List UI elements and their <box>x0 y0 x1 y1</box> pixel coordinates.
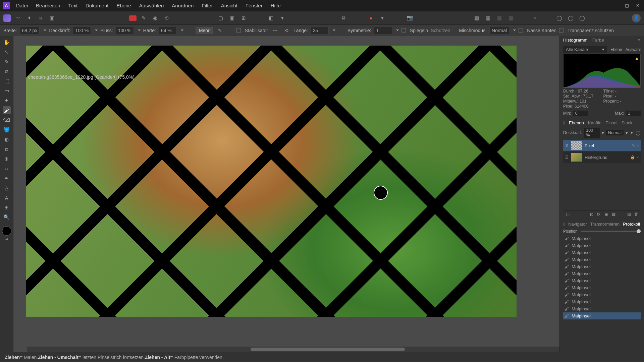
history-item[interactable]: 🖌Malpinsel <box>563 242 641 249</box>
layer-mask-icon[interactable]: ▢ <box>565 212 571 217</box>
menu-document[interactable]: Dokument <box>86 3 108 8</box>
layer-name[interactable]: Hintergrund <box>585 155 607 160</box>
lock-icon[interactable]: 🔒 <box>630 155 635 160</box>
length-field[interactable]: 35 <box>311 27 329 34</box>
tab-histogram[interactable]: Histogramm <box>563 38 588 43</box>
liquify-persona-icon[interactable]: 〰 <box>13 14 22 22</box>
menu-edit[interactable]: Bearbeiten <box>36 3 60 8</box>
symmetry-field[interactable]: 1 <box>374 27 392 34</box>
menu-filter[interactable]: Filter <box>202 3 213 8</box>
chevron-down-icon[interactable] <box>138 29 141 31</box>
tab-stock[interactable]: Stock <box>622 120 633 126</box>
alpha-checkbox[interactable] <box>559 28 564 33</box>
stabilizer-mode-icon[interactable]: ⤳ <box>271 26 279 35</box>
arrange-back-icon[interactable]: ▦ <box>484 14 492 22</box>
tab-brushes[interactable]: Pinsel <box>605 120 617 126</box>
min-field[interactable]: 0 <box>573 111 588 116</box>
more-button[interactable]: Mehr <box>196 27 213 34</box>
foreground-color-swatch[interactable] <box>129 15 137 21</box>
selection-subtract-icon[interactable]: ▣ <box>228 14 236 22</box>
visibility-checkbox[interactable]: ☑ <box>565 143 569 148</box>
shape-tool[interactable]: △ <box>3 184 11 192</box>
menu-arrange[interactable]: Anordnen <box>172 3 194 8</box>
paint-brush-tool[interactable]: 🖌 <box>3 106 11 114</box>
flood-select-tool[interactable]: ✦ <box>3 97 11 105</box>
layer-lock-icon[interactable]: ◯ <box>636 130 641 135</box>
history-item[interactable]: 🖌Malpinsel <box>563 249 641 256</box>
account-icon[interactable]: ◯ <box>555 14 564 22</box>
reset-colors-icon[interactable]: ⟲ <box>162 14 171 22</box>
menu-layer[interactable]: Ebene <box>116 3 131 8</box>
history-item[interactable]: 🖌Malpinsel <box>563 256 641 263</box>
user-avatar-icon[interactable]: 👤 <box>632 14 641 22</box>
tab-protocol[interactable]: Protokoll <box>623 222 640 227</box>
history-item[interactable]: 🖌Malpinsel <box>563 270 641 277</box>
layer-name[interactable]: Pixel <box>585 143 594 148</box>
history-item[interactable]: 🖌Malpinsel <box>563 263 641 270</box>
slider-thumb[interactable] <box>637 229 641 233</box>
adjustment-icon[interactable]: ◐ <box>588 212 594 217</box>
brush-settings-icon[interactable]: ✎ <box>216 26 224 35</box>
tab-channels[interactable]: Kanäle <box>588 120 601 126</box>
dropdown-icon[interactable]: ▾ <box>278 14 287 22</box>
hardness-field[interactable]: 64 % <box>159 27 177 34</box>
panel-menu-icon[interactable]: ≡ <box>638 38 641 43</box>
move-tool[interactable]: ↖ <box>3 48 11 56</box>
protect-label[interactable]: Schützen <box>431 28 450 33</box>
dodge-tool[interactable]: ◐ <box>3 135 11 143</box>
layer-fx-icon[interactable]: ✦ <box>630 130 634 135</box>
pen-tool[interactable]: ✒ <box>3 174 11 182</box>
marquee-tool[interactable]: ▭ <box>3 87 11 95</box>
export-persona-icon[interactable]: ▣ <box>48 14 56 22</box>
history-item[interactable]: 🖌Malpinsel <box>563 235 641 242</box>
tab-color[interactable]: Farbe <box>592 38 604 43</box>
quick-mask-icon[interactable]: ◧ <box>267 14 275 22</box>
document-tab[interactable]: cheetah-g3635066ee_1920.jpg [Geändert] (… <box>28 74 135 80</box>
fx-icon[interactable]: fx <box>596 212 602 217</box>
erase-tool[interactable]: ⌫ <box>3 116 11 124</box>
group-icon[interactable]: ▦ <box>610 212 616 217</box>
develop-persona-icon[interactable]: ✦ <box>25 14 34 22</box>
chevron-down-icon[interactable] <box>513 29 516 31</box>
visibility-checkbox[interactable]: ☑ <box>565 155 569 160</box>
tab-layers[interactable]: Ebenen <box>569 120 584 126</box>
history-item[interactable]: 🖌Malpinsel <box>563 305 641 312</box>
color-wheel-icon[interactable]: ◉ <box>151 14 159 22</box>
chevron-down-icon[interactable] <box>181 29 183 31</box>
eyedropper-icon[interactable]: ✎ <box>139 14 148 22</box>
align-icon[interactable]: ≡ <box>531 14 539 22</box>
close-button[interactable]: ✕ <box>634 2 641 9</box>
text-tool[interactable]: A <box>3 194 11 202</box>
layer-item-pixel[interactable]: ☑ Pixel ✎○ <box>563 140 641 152</box>
edit-icon[interactable]: ✎ <box>632 143 635 148</box>
selection-intersect-icon[interactable]: ⊞ <box>239 14 248 22</box>
menu-help[interactable]: Hilfe <box>271 3 281 8</box>
blur-tool[interactable]: ○ <box>3 165 11 173</box>
photo-persona-icon[interactable] <box>3 14 11 22</box>
crop-tool[interactable]: ⧉ <box>3 67 11 75</box>
selection-brush-tool[interactable]: ⬚ <box>3 77 11 85</box>
layer-item-background[interactable]: ☑ Hintergrund 🔒○ <box>563 152 641 163</box>
swap-colors-icon[interactable]: ⇄ <box>5 237 8 241</box>
menu-view[interactable]: Ansicht <box>221 3 237 8</box>
foreground-color[interactable] <box>2 226 11 236</box>
delete-layer-icon[interactable]: 🗑 <box>633 212 639 217</box>
chevron-down-icon[interactable] <box>95 29 98 31</box>
chevron-down-icon[interactable] <box>396 29 399 31</box>
camera-icon[interactable]: 📷 <box>406 14 414 22</box>
healing-tool[interactable]: ⊕ <box>3 155 11 163</box>
tab-navigator[interactable]: Navigator <box>568 222 587 227</box>
add-layer-icon[interactable]: ▤ <box>626 212 632 217</box>
layer-blend-field[interactable]: Normal <box>606 130 624 135</box>
chevron-down-icon[interactable] <box>333 29 335 31</box>
hand-tool[interactable]: ✋ <box>3 38 11 46</box>
visibility-icon[interactable]: ○ <box>637 155 639 160</box>
selection-scope-button[interactable]: Auswahl <box>626 47 641 52</box>
history-item[interactable]: 🖌Malpinsel <box>563 277 641 284</box>
selection-none-icon[interactable]: ▢ <box>216 14 225 22</box>
cloud-icon[interactable]: ◯ <box>578 14 586 22</box>
arrange-front-icon[interactable]: ▦ <box>472 14 481 22</box>
clone-tool[interactable]: ⧈ <box>3 145 11 153</box>
channel-select[interactable]: Alle Kanäle▾ <box>563 46 607 53</box>
record-icon[interactable]: ● <box>367 14 375 22</box>
